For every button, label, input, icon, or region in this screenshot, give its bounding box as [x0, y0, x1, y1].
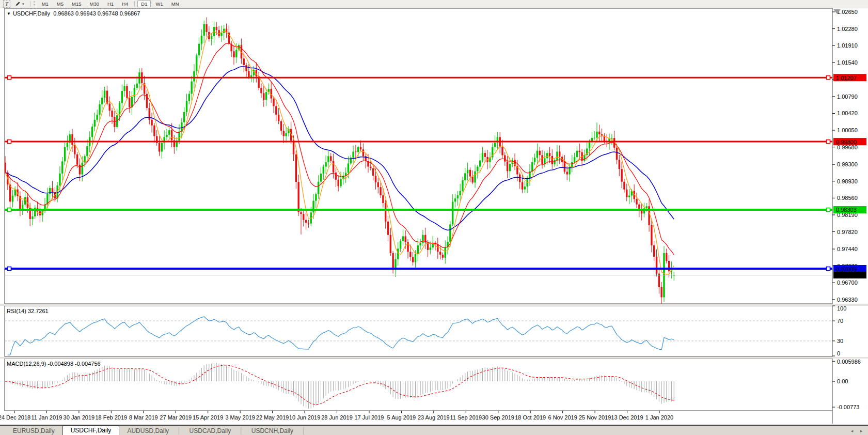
price-tick-label: 1.00050	[837, 127, 858, 133]
candle-body	[129, 98, 130, 108]
line-endpoint-handle[interactable]	[8, 267, 11, 271]
candle-body	[380, 187, 381, 195]
tab-scroll-left-button[interactable]: ◂	[848, 427, 856, 434]
candle-body	[22, 205, 23, 209]
timeframe-button-m5[interactable]: M5	[53, 1, 67, 7]
candle-body	[273, 99, 274, 106]
candle-body	[417, 245, 419, 254]
rsi-axis-label: 0	[837, 350, 840, 356]
chart-tab-usdcad[interactable]: USDCAD,Daily	[182, 427, 239, 435]
candle-body	[126, 86, 128, 98]
line-endpoint-handle[interactable]	[827, 140, 830, 144]
date-label: 28 Jun 2019	[321, 414, 353, 421]
candle-body	[409, 252, 411, 257]
trading-terminal-window: T ▾ M1M5M15M30H1H4D1W1MN 1.026501.022801…	[0, 0, 868, 435]
candle-body	[206, 24, 207, 32]
timeframe-button-m30[interactable]: M30	[86, 1, 103, 7]
date-label: 10 Jun 2019	[289, 414, 321, 421]
candle-body	[86, 146, 88, 156]
line-endpoint-handle[interactable]	[8, 76, 11, 80]
candle-body	[604, 136, 605, 142]
candle-body	[216, 27, 217, 30]
candle-body	[507, 162, 508, 172]
line-endpoint-handle[interactable]	[8, 208, 11, 211]
chart-tab-usdchf[interactable]: USDCHF,Daily	[62, 426, 120, 435]
candle-body	[385, 203, 386, 222]
price-tick-label: 1.01910	[837, 42, 858, 49]
timeframe-button-mn[interactable]: MN	[168, 1, 183, 7]
candle-body	[325, 162, 326, 166]
timeframe-button-m1[interactable]: M1	[38, 1, 52, 7]
candle-body	[397, 248, 399, 259]
date-label: 11 Sep 2019	[450, 414, 482, 421]
candle-body	[494, 143, 496, 147]
toolbar-separator	[30, 1, 30, 7]
candle-body	[340, 179, 341, 187]
timeframe-button-d1[interactable]: D1	[137, 1, 151, 7]
candle-body	[318, 182, 319, 194]
candle-body	[574, 157, 575, 162]
rsi-axis-label: 30	[837, 338, 843, 344]
line-endpoint-handle[interactable]	[827, 267, 830, 271]
candle-body	[109, 104, 111, 111]
candle-body	[245, 65, 247, 71]
text-tool-button[interactable]: T	[3, 0, 10, 8]
macd-axis-label: 0.00	[837, 378, 848, 384]
hline-price-label: 1.01207	[836, 75, 857, 81]
candle-body	[375, 176, 376, 182]
current-price-label: 0.96867	[836, 272, 857, 278]
timeframe-button-h4[interactable]: H4	[118, 1, 132, 7]
price-tick-label: 0.96700	[837, 279, 858, 286]
date-label: 22 May 2019	[256, 414, 289, 421]
candle-body	[370, 167, 371, 168]
timeframe-button-m15[interactable]: M15	[68, 1, 85, 7]
date-label: 18 Oct 2019	[515, 414, 546, 421]
candle-body	[320, 174, 322, 182]
candle-body	[377, 182, 379, 187]
line-endpoint-handle[interactable]	[827, 76, 830, 80]
hline-price-label: 0.98303	[836, 207, 857, 213]
chart-tab-usdcnh[interactable]: USDCNH,Daily	[244, 427, 301, 435]
candle-body	[327, 156, 329, 162]
candle-body	[283, 131, 285, 136]
candle-body	[303, 214, 304, 220]
candle-body	[136, 84, 137, 88]
timeframe-button-h1[interactable]: H1	[104, 1, 117, 7]
hline-price-label: 0.97009	[836, 266, 857, 272]
candle-body	[203, 24, 205, 36]
candle-body	[111, 111, 113, 117]
date-label: 8 Mar 2019	[129, 414, 158, 421]
candle-body	[554, 160, 555, 164]
candle-body	[412, 257, 414, 262]
candle-body	[559, 151, 560, 157]
tab-scroll-right-button[interactable]: ▸	[858, 427, 865, 434]
candle-body	[355, 151, 356, 152]
candle-body	[651, 225, 652, 245]
chart-tab-eurusd[interactable]: EURUSD,Daily	[5, 427, 62, 435]
chart-tab-audusd[interactable]: AUDUSD,Daily	[119, 427, 177, 435]
candle-body	[338, 180, 339, 187]
candle-body	[616, 148, 618, 160]
timeframe-button-w1[interactable]: W1	[152, 1, 166, 7]
rsi-axis-label: 100	[837, 305, 846, 312]
chart-area[interactable]: 1.026501.022801.019101.015401.011701.007…	[0, 8, 868, 425]
candle-body	[153, 126, 155, 136]
panel-divider[interactable]	[0, 304, 868, 306]
candle-body	[121, 91, 123, 103]
price-tick-label: 0.98560	[837, 195, 858, 201]
toolbar-grip[interactable]	[34, 1, 35, 7]
panel-divider[interactable]	[0, 357, 868, 359]
candle-body	[333, 161, 334, 173]
candle-body	[660, 287, 662, 297]
candle-body	[24, 197, 26, 205]
chart-tabs: EURUSD,DailyUSDCHF,DailyAUDUSD,Daily│USD…	[5, 427, 306, 435]
line-endpoint-handle[interactable]	[8, 140, 11, 144]
drawing-tool-button[interactable]: ▾	[13, 1, 26, 7]
candle-body	[626, 190, 627, 197]
candle-body	[79, 165, 81, 175]
line-endpoint-handle[interactable]	[827, 208, 830, 211]
candle-body	[362, 149, 364, 156]
candle-body	[31, 216, 33, 219]
candle-body	[556, 151, 558, 160]
candle-body	[482, 153, 483, 160]
